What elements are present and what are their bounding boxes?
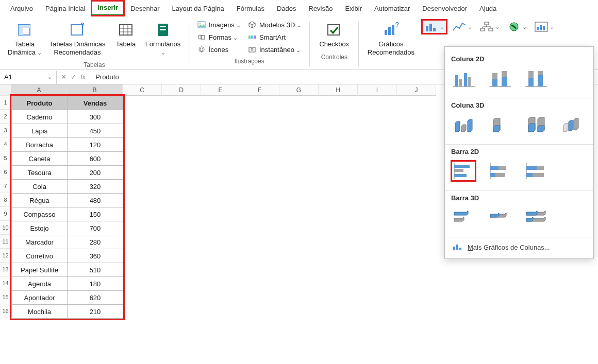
svg-rect-27 — [388, 27, 391, 35]
chart-3d-column[interactable] — [559, 114, 584, 135]
col-header[interactable]: C — [123, 84, 162, 96]
chart-stacked-bar[interactable] — [487, 161, 512, 181]
column-chart-dropdown[interactable]: ⌄ — [422, 20, 447, 34]
col-header[interactable]: B — [67, 84, 123, 96]
row-header[interactable]: 16 — [0, 304, 11, 318]
hierarchy-chart-dropdown[interactable]: ⌄ — [477, 20, 502, 34]
row-header[interactable]: 11 — [0, 235, 11, 249]
smartart-icon — [248, 33, 256, 41]
svg-rect-35 — [489, 28, 493, 31]
map-chart-dropdown[interactable]: ⌄ — [505, 20, 529, 34]
pivot-table-button[interactable]: Tabela Dinâmica — [6, 20, 43, 58]
menu-layout[interactable]: Layout da Página — [166, 2, 230, 15]
icons-icon — [197, 45, 206, 54]
cancel-icon[interactable]: ✕ — [61, 73, 67, 81]
col-header[interactable]: A — [11, 84, 67, 96]
chart-3d-stacked-column[interactable] — [487, 114, 512, 135]
more-column-charts[interactable]: MMais Gráficos de Colunas...ais Gráficos… — [451, 237, 587, 255]
svg-rect-57 — [528, 78, 534, 86]
menu-formulas[interactable]: Fórmulas — [230, 2, 271, 15]
smartart-button[interactable]: SmartArt — [246, 32, 303, 42]
col-header[interactable]: G — [279, 84, 319, 96]
ribbon-sep — [309, 22, 310, 66]
fx-icon[interactable]: fx — [80, 73, 86, 81]
recommended-pivot-label: Tabelas Dinâmicas Recomendadas — [47, 40, 107, 56]
row-header[interactable]: 13 — [0, 263, 11, 276]
chart-clustered-bar[interactable] — [451, 161, 476, 181]
chart-100-stacked-bar[interactable] — [523, 161, 548, 181]
chart-stacked-column[interactable] — [487, 68, 512, 89]
chart-clustered-column[interactable] — [451, 68, 476, 89]
row-header[interactable]: 9 — [0, 207, 11, 221]
table-header[interactable]: Vendas — [68, 96, 123, 110]
icones-button[interactable]: Ícones — [195, 44, 243, 55]
menu-desenvolvedor[interactable]: Desenvolvedor — [416, 2, 473, 15]
row-header[interactable]: 15 — [0, 290, 11, 304]
menu-exibir[interactable]: Exibir — [339, 2, 368, 15]
svg-rect-49 — [468, 77, 471, 86]
col-header[interactable]: F — [240, 84, 279, 96]
menu-desenhar[interactable]: Desenhar — [124, 2, 165, 15]
svg-point-24 — [251, 48, 253, 50]
chart-100-stacked-column[interactable] — [523, 68, 548, 89]
hierarchy-chart-icon — [479, 21, 494, 32]
formas-button[interactable]: Formas — [195, 32, 243, 42]
pivot-chart-dropdown[interactable]: ⌄ — [532, 20, 556, 34]
table-row: Caneta600 — [12, 152, 123, 166]
line-chart-dropdown[interactable]: ⌄ — [450, 20, 474, 34]
smartart-label: SmartArt — [259, 33, 286, 41]
row-header[interactable]: 12 — [0, 249, 11, 263]
ribbon-group-controles: Checkbox Controles — [313, 20, 355, 68]
row-header[interactable]: 4 — [0, 137, 11, 151]
row-header[interactable]: 7 — [0, 179, 11, 193]
menu-pagina-inicial[interactable]: Página Inicial — [39, 2, 91, 15]
forms-button[interactable]: Formulários — [143, 20, 182, 58]
table-button[interactable]: Tabela — [111, 20, 140, 50]
row-header[interactable]: 14 — [0, 276, 11, 290]
col-header[interactable]: J — [397, 84, 436, 96]
row-header[interactable]: 2 — [0, 110, 11, 124]
row-header[interactable]: 1 — [0, 96, 11, 110]
col-header[interactable]: D — [162, 84, 201, 96]
menu-arquivo[interactable]: Arquivo — [4, 2, 39, 15]
chart-3d-stacked-bar[interactable] — [487, 207, 512, 228]
row-header[interactable]: 8 — [0, 193, 11, 207]
svg-rect-22 — [254, 36, 256, 39]
recommended-charts-button[interactable]: ? Gráficos Recomendados — [365, 20, 417, 58]
imagens-button[interactable]: Imagens — [195, 20, 243, 30]
svg-rect-68 — [495, 173, 505, 177]
chart-3d-clustered-bar[interactable] — [451, 207, 476, 228]
checkbox-button[interactable]: Checkbox — [316, 20, 352, 50]
svg-rect-48 — [464, 73, 467, 86]
column-chart-menu: Coluna 2D Coluna 3D Barra 2D Barra 3D MM… — [444, 46, 594, 259]
pivot-table-icon — [16, 22, 33, 38]
row-header[interactable]: 6 — [0, 165, 11, 179]
col-header[interactable]: I — [358, 84, 397, 96]
menu-dados[interactable]: Dados — [271, 2, 303, 15]
chart-3d-100-stacked-bar[interactable] — [523, 207, 548, 228]
menu-inserir[interactable]: Inserir — [91, 1, 124, 16]
recommended-pivot-icon: ? — [69, 22, 86, 38]
col-header[interactable]: H — [319, 84, 358, 96]
menu-automatizar[interactable]: Automatizar — [368, 2, 416, 15]
select-all-corner[interactable] — [0, 84, 11, 96]
row-header[interactable]: 5 — [0, 151, 11, 165]
instantaneo-button[interactable]: Instantâneo — [246, 44, 303, 55]
recommended-pivot-button[interactable]: ? Tabelas Dinâmicas Recomendadas — [46, 20, 108, 58]
enter-icon[interactable]: ✓ — [71, 73, 76, 81]
table-row: Corretivo360 — [12, 249, 123, 263]
col-header[interactable]: E — [201, 84, 240, 96]
svg-rect-76 — [459, 248, 461, 250]
modelos3d-button[interactable]: Modelos 3D — [246, 20, 303, 30]
row-header[interactable]: 3 — [0, 124, 11, 137]
table-header[interactable]: Produto — [12, 96, 68, 110]
svg-rect-63 — [454, 174, 467, 177]
menu-ajuda[interactable]: Ajuda — [473, 2, 503, 15]
menu-revisao[interactable]: Revisão — [303, 2, 339, 15]
table-row: Borracha120 — [12, 138, 123, 152]
row-header[interactable]: 10 — [0, 221, 11, 235]
chart-3d-100-stacked-column[interactable] — [523, 114, 548, 135]
name-box[interactable]: A1 ⌄ — [0, 71, 57, 84]
section-coluna-2d: Coluna 2D — [451, 52, 587, 68]
chart-3d-clustered-column[interactable] — [451, 114, 476, 135]
